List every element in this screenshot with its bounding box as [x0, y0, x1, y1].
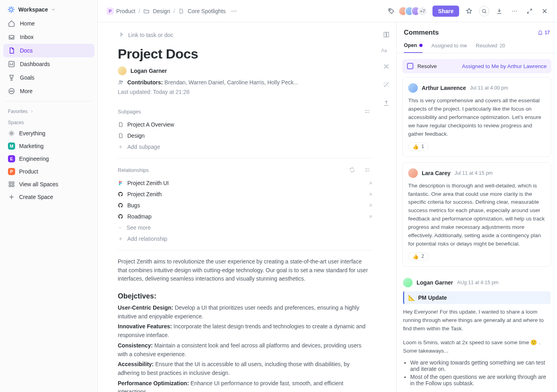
- space-product[interactable]: P Product: [3, 165, 94, 178]
- remove-icon[interactable]: ×: [369, 180, 372, 186]
- resolve-label[interactable]: Resolve: [417, 63, 437, 69]
- settings-icon[interactable]: [362, 106, 372, 117]
- subpage-item[interactable]: Project A Overview: [118, 119, 372, 130]
- svg-point-16: [119, 184, 121, 185]
- svg-rect-8: [9, 185, 11, 187]
- objective-line[interactable]: Consistency: Maintain a consistent look …: [118, 341, 372, 359]
- doc-author-name: Logan Garner: [130, 68, 167, 74]
- comment-author: Arthur Lawrence: [422, 85, 466, 91]
- crumb-product[interactable]: P Product: [107, 8, 135, 15]
- nav-home[interactable]: Home: [3, 17, 94, 30]
- folder-icon: [143, 8, 150, 15]
- text-style-button[interactable]: Aa: [381, 48, 391, 53]
- resolve-banner: Resolve Assigned to Me by Arthur Lawrenc…: [402, 59, 551, 73]
- nav-goals-label: Goals: [20, 74, 35, 81]
- link-to-task[interactable]: Link to task or doc: [118, 29, 372, 46]
- download-icon[interactable]: [494, 6, 504, 16]
- objective-label: Performance Optimization:: [118, 380, 189, 386]
- chevron-down-icon: [118, 225, 123, 230]
- nav-goals[interactable]: Goals: [3, 71, 94, 84]
- space-everything[interactable]: Everything: [3, 127, 94, 140]
- svg-point-4: [12, 91, 13, 92]
- doc-intro[interactable]: Project Zenith aims to revolutionize the…: [118, 257, 372, 283]
- crumb-more[interactable]: ⋯: [229, 6, 239, 16]
- share-button[interactable]: Share: [432, 6, 459, 17]
- comment-bullet: We are working towards getting something…: [410, 359, 551, 372]
- comments-notifications[interactable]: 17: [538, 30, 550, 35]
- subpage-item[interactable]: Design: [118, 130, 372, 141]
- view-all-spaces[interactable]: View all Spaces: [3, 178, 94, 191]
- nav-docs[interactable]: Docs: [3, 44, 94, 57]
- workspace-switcher[interactable]: Workspace: [3, 2, 94, 17]
- shuffle-icon[interactable]: [381, 61, 391, 72]
- add-relationship[interactable]: Add relationship: [118, 233, 372, 244]
- relationship-item[interactable]: Project Zenith×: [118, 189, 372, 200]
- svg-point-13: [121, 81, 123, 82]
- star-icon[interactable]: [464, 6, 474, 16]
- nav-dashboards[interactable]: Dashboards: [3, 57, 94, 71]
- overflow-icon[interactable]: ⋯: [509, 6, 520, 16]
- remove-icon[interactable]: ×: [369, 213, 372, 220]
- favorites-group[interactable]: Favorites: [3, 105, 94, 116]
- sync-icon[interactable]: [347, 165, 357, 175]
- objective-line[interactable]: User-Centric Design: Develop a UI that p…: [118, 304, 372, 321]
- dashboard-icon: [8, 60, 15, 68]
- comment-body: The description is thorough and well-det…: [408, 182, 545, 248]
- trophy-icon: [8, 74, 15, 81]
- tab-assigned[interactable]: Assigned to me: [431, 38, 467, 53]
- remove-icon[interactable]: ×: [369, 202, 372, 209]
- space-product-label: Product: [19, 168, 38, 175]
- see-more-relationships[interactable]: See more: [118, 222, 372, 233]
- objectives-heading[interactable]: Obejctives:: [118, 292, 372, 300]
- relationship-item[interactable]: Bugs×: [118, 200, 372, 211]
- tab-resolved[interactable]: Resolved 20: [476, 38, 505, 53]
- relationship-item[interactable]: Roadmap×: [118, 211, 372, 222]
- reaction-pill[interactable]: 👍 2: [408, 252, 428, 261]
- wand-icon[interactable]: [381, 80, 391, 90]
- book-icon[interactable]: [381, 29, 391, 40]
- add-subpage[interactable]: Add subpage: [118, 141, 372, 152]
- avatar: [408, 83, 418, 93]
- grid-icon: [8, 181, 15, 188]
- crumb-sep: /: [138, 8, 140, 14]
- resolve-checkbox[interactable]: [407, 63, 413, 69]
- topbar-avatars[interactable]: +7: [401, 6, 428, 16]
- close-icon[interactable]: [539, 6, 550, 16]
- remove-icon[interactable]: ×: [369, 191, 372, 197]
- avatar: [408, 168, 418, 178]
- tab-open[interactable]: Open: [404, 38, 423, 53]
- objective-line[interactable]: Performance Optimization: Enhance UI per…: [118, 379, 372, 392]
- export-icon[interactable]: [381, 98, 391, 108]
- search-circle-icon[interactable]: [479, 6, 489, 16]
- settings-icon[interactable]: [362, 165, 372, 175]
- nav-inbox[interactable]: Inbox: [3, 30, 94, 44]
- comment-card[interactable]: Logan Garner AUg 11 at 4:15 pm 📐 PM Upda…: [402, 272, 551, 390]
- create-space[interactable]: Create Space: [3, 191, 94, 203]
- comment-card[interactable]: Arthur Lawrence Jul 11 at 4:00 pm This i…: [402, 77, 551, 157]
- reaction-pill[interactable]: 👍 1: [408, 142, 428, 151]
- space-marketing-label: Marketing: [19, 143, 43, 149]
- sidebar: Workspace Home Inbox Docs Dashboards Goa…: [0, 0, 98, 392]
- space-engineering[interactable]: E Engineering: [3, 152, 94, 165]
- comment-card[interactable]: Lara Carey Jul 11 at 4:15 pm The descrip…: [402, 162, 551, 267]
- objective-text: Maintain a consistent look and feel acro…: [118, 342, 361, 357]
- doc-author[interactable]: Logan Garner: [118, 66, 372, 75]
- assigned-by[interactable]: Assigned to Me by Arthur Lawrence: [462, 63, 547, 69]
- doc-contributors[interactable]: Contributors: Brendan, Warren Daniel, Ca…: [118, 79, 372, 86]
- doc-title[interactable]: Project Docs: [118, 46, 372, 62]
- relationship-label: Bugs: [127, 202, 140, 209]
- figma-icon: [118, 180, 123, 186]
- crumb-design[interactable]: Design: [143, 8, 170, 15]
- chevron-right-icon: [30, 109, 34, 113]
- crumb-core[interactable]: Core Spotlights: [178, 8, 226, 15]
- objective-line[interactable]: Accessibility: Ensure that the UI is acc…: [118, 360, 372, 377]
- svg-point-2: [10, 91, 11, 92]
- space-marketing[interactable]: M Marketing: [3, 140, 94, 152]
- objective-line[interactable]: Innovative Features: Incorporate the lat…: [118, 322, 372, 339]
- comment-author: Logan Garner: [417, 279, 453, 286]
- relationship-item[interactable]: Project Zenith UI×: [118, 177, 372, 189]
- comment-body: Hey Everyone! For this update, I wanted …: [403, 308, 551, 333]
- tag-icon[interactable]: [386, 6, 397, 16]
- collapse-icon[interactable]: [524, 6, 535, 16]
- nav-more[interactable]: More: [3, 84, 94, 98]
